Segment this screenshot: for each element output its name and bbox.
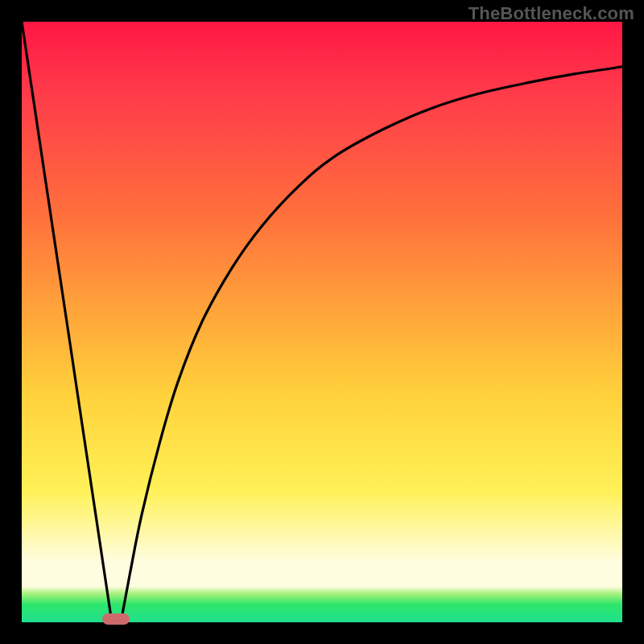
right-branch-curve [121,67,622,622]
plot-area [22,22,622,622]
chart-frame: TheBottleneck.com [0,0,644,644]
watermark-text: TheBottleneck.com [469,3,634,24]
bottleneck-marker [102,613,130,625]
curve-layer [22,22,622,622]
left-branch-curve [22,22,112,622]
